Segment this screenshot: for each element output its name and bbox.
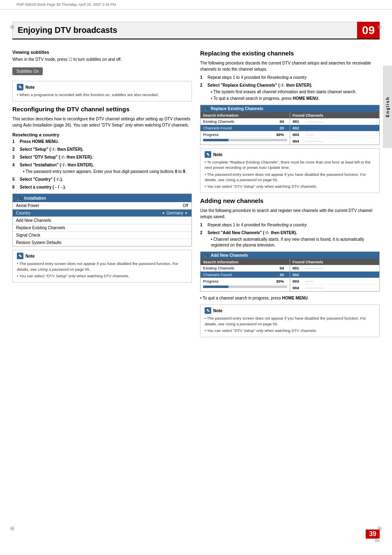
corner-mark-tr: ⊕ bbox=[376, 23, 384, 31]
dialog-row-replace: Replace Existing Channels bbox=[13, 224, 191, 232]
add-right-panel: Found Channels 001 ············ 002 ····… bbox=[290, 259, 379, 291]
note-icon: ✎ bbox=[17, 84, 23, 90]
page-bottom: 39 En bbox=[366, 530, 380, 543]
replace-note-p3: • You can select "DTV Setup" only when w… bbox=[205, 184, 375, 189]
add-left-panel: Search Information Existing Channels 04 … bbox=[201, 259, 290, 291]
replace-step-1: 1 Repeat steps 1 to 4 provided for Resel… bbox=[200, 75, 380, 81]
note-header: ✎ Note bbox=[17, 84, 187, 90]
replace-right-header: Found Channels bbox=[290, 112, 379, 118]
corner-mark-tl: ⊕ bbox=[8, 23, 16, 31]
note-point-1: • When a programme is recorded with this… bbox=[17, 92, 187, 97]
step-2: 2 Select "Setup" (↑/↓ then ENTER). bbox=[12, 147, 192, 152]
installation-dialog: 📺 Installation Aerial Power Off Country … bbox=[12, 193, 192, 246]
replace-progress-bar-container bbox=[201, 138, 290, 143]
add-step-2: 2 Select "Add New Channels" (↑/↓ then EN… bbox=[200, 230, 380, 248]
replace-note-icon: ✎ bbox=[205, 151, 211, 158]
add-channel-001: 001 ············ bbox=[290, 265, 379, 272]
top-meta: PDP-508XD.book Page 39 Thursday, April 2… bbox=[0, 0, 392, 9]
page-title: Enjoying DTV broadcasts bbox=[18, 25, 352, 35]
install-note-p2: • You can select "DTV Setup" only when w… bbox=[17, 273, 187, 279]
page-header-title-box: Enjoying DTV broadcasts bbox=[12, 22, 357, 39]
main-content: Viewing subtitles When in the DTV mode, … bbox=[12, 39, 380, 341]
dialog-row-aerial: Aerial Power Off bbox=[13, 202, 191, 210]
replace-channels-dialog: 📺 Replace Existing Channels Search Infor… bbox=[200, 105, 380, 145]
replace-note-label: Note bbox=[213, 152, 222, 157]
page-header: Enjoying DTV broadcasts 09 bbox=[12, 22, 380, 39]
add-note-p1: • The password entry screen does not app… bbox=[205, 315, 375, 327]
add-row-existing: Existing Channels 04 bbox=[201, 265, 290, 272]
replace-left-header: Search Information bbox=[201, 112, 290, 118]
add-channels-dialog: 📺 Add New Channels Search Information Ex… bbox=[200, 251, 380, 292]
replace-dialog-tv-icon: 📺 bbox=[204, 106, 209, 111]
add-dialog-titlebar: 📺 Add New Channels bbox=[201, 252, 379, 259]
replace-body: The following procedure discards the cur… bbox=[200, 60, 380, 72]
step-5: 5 Select "Country" (↑/↓). bbox=[12, 177, 192, 182]
replace-channel-003: 003 ······ bbox=[290, 131, 379, 138]
page-wrapper: PDP-508XD.book Page 39 Thursday, April 2… bbox=[0, 0, 392, 555]
left-column: Viewing subtitles When in the DTV mode, … bbox=[12, 39, 192, 341]
note-label: Note bbox=[25, 85, 35, 90]
viewing-subtitles-body: When in the DTV mode, press ☐ to turn su… bbox=[12, 56, 192, 62]
add-dialog-title: Add New Channels bbox=[211, 253, 248, 258]
add-note-header: ✎ Note bbox=[205, 307, 375, 314]
add-note-icon: ✎ bbox=[205, 307, 211, 314]
replace-row-progress-label: Progress 30% bbox=[201, 131, 290, 138]
replace-channel-004: 004 ············ bbox=[290, 138, 379, 145]
corner-mark-bl: ⊕ bbox=[8, 524, 16, 532]
step-3: 3 Select "DTV Setup" (↑/↓ then ENTER). bbox=[12, 154, 192, 160]
add-note: ✎ Note • The password entry screen does … bbox=[200, 304, 380, 337]
replace-row-existing: Existing Channels 04 bbox=[201, 118, 290, 125]
install-note-header: ✎ Note bbox=[17, 253, 187, 259]
dialog-row-signal: Signal Check bbox=[13, 232, 191, 239]
reconfig-heading: Reconfiguring the DTV channel settings bbox=[12, 106, 192, 113]
add-dialog-body: Search Information Existing Channels 04 … bbox=[201, 259, 379, 291]
add-note-text: • The password entry screen does not app… bbox=[205, 315, 375, 333]
add-progress-bar-container bbox=[201, 285, 290, 290]
step-1: 1 Press HOME MENU. bbox=[12, 139, 192, 145]
install-note-p1: • The password entry screen does not app… bbox=[17, 261, 187, 272]
reselect-steps: 1 Press HOME MENU. 2 Select "Setup" (↑/↓… bbox=[12, 139, 192, 190]
replace-dialog-body: Search Information Existing Channels 04 … bbox=[201, 112, 379, 145]
install-note: ✎ Note • The password entry screen does … bbox=[12, 250, 192, 283]
replace-dialog-titlebar: 📺 Replace Existing Channels bbox=[201, 105, 379, 112]
add-channels-body: Use the following procedure to search an… bbox=[200, 207, 380, 220]
viewing-subtitles-note: ✎ Note • When a programme is recorded wi… bbox=[12, 81, 192, 101]
add-steps: 1 Repeat steps 1 to 4 provided for Resel… bbox=[200, 222, 380, 248]
add-step-1: 1 Repeat steps 1 to 4 provided for Resel… bbox=[200, 222, 380, 228]
dialog-row-restore: Restore System Defaults bbox=[13, 239, 191, 246]
page-number: 39 bbox=[366, 530, 380, 539]
add-left-header: Search Information bbox=[201, 259, 290, 265]
file-info: PDP-508XD.book Page 39 Thursday, April 2… bbox=[16, 2, 116, 7]
add-channel-004: 004 ············ bbox=[290, 285, 379, 291]
replace-note-header: ✎ Note bbox=[205, 151, 375, 158]
replace-step-2: 2 Select "Replace Existing Channels" (↑/… bbox=[200, 83, 380, 101]
replace-heading: Replacing the existing channels bbox=[200, 50, 380, 57]
replace-progress-bar-bg bbox=[203, 139, 287, 141]
reconfig-body: This section describes how to reconfigur… bbox=[12, 116, 192, 128]
replace-note-p2: • The password entry screen does not app… bbox=[205, 172, 375, 183]
install-note-icon: ✎ bbox=[17, 253, 23, 259]
replace-note-p1: • To complete "Replace Existing Channels… bbox=[205, 159, 375, 170]
installation-dialog-titlebar: 📺 Installation bbox=[13, 194, 191, 202]
add-right-header: Found Channels bbox=[290, 259, 379, 265]
tv-icon: 📺 bbox=[16, 195, 22, 201]
subtitles-on-button[interactable]: Subtitles On bbox=[12, 67, 43, 75]
add-channels-heading: Adding new channels bbox=[200, 197, 380, 204]
add-progress-bar-fill bbox=[203, 286, 228, 288]
add-dialog-tv-icon: 📺 bbox=[204, 253, 209, 258]
install-note-label: Note bbox=[25, 254, 35, 258]
add-note-label: Note bbox=[213, 309, 222, 313]
language-sidebar: English bbox=[383, 66, 392, 148]
add-channel-003: 003 ······ bbox=[290, 278, 379, 285]
replace-steps: 1 Repeat steps 1 to 4 provided for Resel… bbox=[200, 75, 380, 101]
language-label: English bbox=[385, 97, 390, 117]
right-column: Replacing the existing channels The foll… bbox=[200, 39, 380, 341]
replace-note-text: • To complete "Replace Existing Channels… bbox=[205, 159, 375, 189]
add-note-p2: • You can select "DTV Setup" only when w… bbox=[205, 328, 375, 333]
page-lang: En bbox=[375, 539, 380, 543]
step-4: 4 Select "Installation" (↑/↓ then ENTER)… bbox=[12, 162, 192, 175]
installation-dialog-title: Installation bbox=[24, 196, 46, 200]
replace-progress-bar-fill bbox=[203, 139, 228, 141]
replace-right-panel: Found Channels 001 ············ 002 ····… bbox=[290, 112, 379, 145]
dialog-row-country: Country ◄ Germany ► bbox=[13, 210, 191, 217]
